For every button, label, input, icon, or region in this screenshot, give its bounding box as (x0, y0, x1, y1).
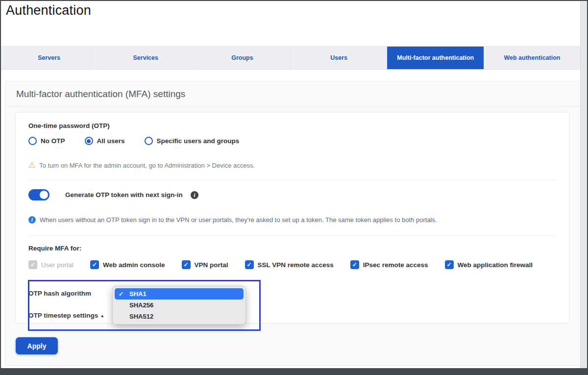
radio-circle-icon[interactable] (145, 137, 153, 145)
checkbox-label: IPsec remote access (363, 261, 428, 269)
checkbox-checked-icon[interactable]: ✓ (245, 260, 254, 269)
tab-bar: Servers Services Groups Users Multi-fact… (1, 46, 580, 70)
bottom-bar (1, 368, 587, 374)
dropdown-option-sha256[interactable]: SHA256 (115, 300, 244, 311)
warning-triangle-icon: ⚠ (28, 161, 35, 169)
checkbox-web-application-firewall[interactable]: ✓ Web application firewall (445, 260, 533, 269)
dropdown-option-sha512[interactable]: SHA512 (115, 311, 244, 322)
warning-text: To turn on MFA for the admin account, go… (39, 162, 255, 169)
collapse-triangle-icon[interactable]: ▴ (101, 313, 103, 318)
otp-section-label: One-time password (OTP) (28, 122, 556, 129)
dropdown-option-sha1[interactable]: ✓ SHA1 (115, 288, 244, 300)
radio-specific-users-and-groups[interactable]: Specific users and groups (145, 137, 240, 145)
page-title: Authentication (6, 3, 91, 18)
require-mfa-label: Require MFA for: (28, 245, 556, 252)
check-icon: ✓ (119, 291, 129, 298)
section-divider (28, 180, 556, 180)
vertical-scrollbar[interactable] (580, 1, 587, 374)
hash-algorithm-dropdown: ✓ SHA1 SHA256 SHA512 (112, 286, 246, 325)
otp-settings-card: One-time password (OTP) No OTP All users… (15, 112, 569, 324)
tab-services[interactable]: Services (97, 47, 194, 69)
tab-groups[interactable]: Groups (194, 47, 290, 69)
radio-label: All users (97, 137, 125, 145)
info-icon: i (28, 216, 36, 224)
heading-divider (5, 106, 580, 106)
checkbox-label: User portal (41, 261, 74, 269)
checkbox-checked-icon[interactable]: ✓ (90, 260, 99, 269)
mfa-settings-panel: Multi-factor authentication (MFA) settin… (5, 81, 581, 366)
section-divider (28, 235, 556, 236)
require-mfa-checkbox-group: ✓ User portal ✓ Web admin console ✓ VPN … (28, 260, 556, 269)
dropdown-option-label: SHA1 (129, 290, 147, 298)
checkbox-label: Web application firewall (458, 261, 533, 269)
generate-token-row: Generate OTP token with next sign-in i (28, 189, 556, 200)
checkbox-ipsec-remote-access[interactable]: ✓ IPsec remote access (350, 260, 428, 269)
checkbox-vpn-portal[interactable]: ✓ VPN portal (182, 260, 228, 269)
radio-selected-icon[interactable] (85, 137, 93, 145)
radio-no-otp[interactable]: No OTP (28, 137, 65, 145)
checkbox-user-portal: ✓ User portal (28, 260, 74, 269)
mfa-settings-heading: Multi-factor authentication (MFA) settin… (16, 89, 185, 100)
radio-all-users[interactable]: All users (85, 137, 125, 145)
toggle-knob (40, 191, 48, 199)
tab-users[interactable]: Users (291, 47, 387, 69)
radio-label: No OTP (41, 137, 65, 145)
checkbox-ssl-vpn-remote-access[interactable]: ✓ SSL VPN remote access (245, 260, 334, 269)
otp-hash-algorithm-label: OTP hash algorithm (28, 290, 91, 297)
admin-mfa-warning: ⚠ To turn on MFA for the admin account, … (28, 161, 556, 169)
token-note-text: When users without an OTP token sign in … (40, 216, 437, 224)
otp-timestep-settings-row[interactable]: OTP timestep settings ▴ (28, 312, 556, 319)
tab-multi-factor-authentication[interactable]: Multi-factor authentication (387, 47, 484, 69)
checkbox-label: SSL VPN remote access (258, 261, 334, 269)
checkbox-label: VPN portal (195, 261, 228, 269)
app-window: Authentication Servers Services Groups U… (0, 0, 588, 375)
otp-timestep-settings-label: OTP timestep settings (28, 312, 98, 319)
info-icon[interactable]: i (191, 191, 198, 199)
generate-token-toggle[interactable] (28, 189, 49, 200)
apply-button[interactable]: Apply (16, 337, 58, 354)
dropdown-option-label: SHA256 (129, 301, 153, 309)
checkbox-checked-icon[interactable]: ✓ (350, 260, 359, 269)
tab-servers[interactable]: Servers (1, 47, 97, 69)
tab-web-authentication[interactable]: Web authentication (484, 47, 580, 69)
checkbox-web-admin-console[interactable]: ✓ Web admin console (90, 260, 165, 269)
checkbox-checked-disabled-icon: ✓ (28, 260, 37, 269)
checkbox-checked-icon[interactable]: ✓ (182, 260, 191, 269)
otp-radio-group: No OTP All users Specific users and grou… (28, 137, 556, 145)
radio-circle-icon[interactable] (28, 137, 37, 145)
checkbox-checked-icon[interactable]: ✓ (445, 260, 454, 269)
dropdown-option-label: SHA512 (129, 313, 153, 320)
checkbox-label: Web admin console (103, 261, 165, 269)
otp-hash-algorithm-row: OTP hash algorithm (28, 289, 556, 298)
token-note-row: i When users without an OTP token sign i… (28, 216, 556, 224)
radio-label: Specific users and groups (157, 137, 240, 145)
generate-token-label: Generate OTP token with next sign-in (65, 191, 183, 199)
